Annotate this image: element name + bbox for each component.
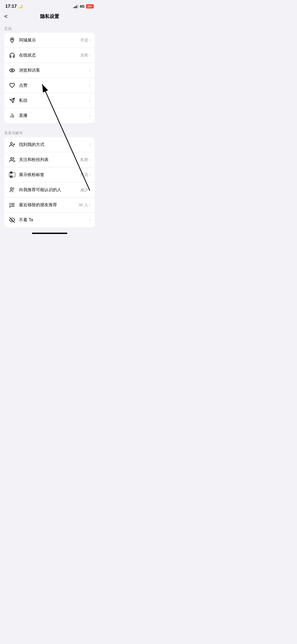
list-item-live[interactable]: 直播 › xyxy=(4,108,95,123)
list-item-online[interactable]: 在线状态 关闭 › xyxy=(4,48,95,63)
list-item-ironfan[interactable]: 铁粉 展示铁粉标签 开启 › xyxy=(4,167,95,182)
list-item-follow[interactable]: 关注和粉丝列表 私密 › xyxy=(4,152,95,167)
list-item-findme[interactable]: 找到我的方式 › xyxy=(4,137,95,152)
status-time: 17:17 🌙 xyxy=(5,4,23,9)
row-label-online: 在线状态 xyxy=(19,53,80,58)
row-label-nowatch: 不看 Ta xyxy=(19,217,88,223)
row-label-live: 直播 xyxy=(19,113,88,118)
row-label-like: 点赞 xyxy=(19,83,88,88)
nowatch-icon xyxy=(8,216,16,224)
time-label: 17:17 xyxy=(5,4,17,9)
signal-icon xyxy=(73,4,78,8)
svg-point-0 xyxy=(12,39,13,40)
chevron-icon-message: › xyxy=(89,98,91,103)
nav-bar: < 隐私设置 xyxy=(0,11,99,24)
network-label: 4G xyxy=(80,4,85,8)
row-label-removefriend: 最近移除的朋友推荐 xyxy=(19,202,79,208)
list-item-tongcheng[interactable]: 同城展示 开启 › xyxy=(4,33,95,48)
chevron-icon-findme: › xyxy=(89,142,91,147)
svg-point-7 xyxy=(11,142,12,144)
location-icon xyxy=(8,36,16,44)
list-item-message[interactable]: 私信 › xyxy=(4,93,95,108)
home-indicator xyxy=(32,233,67,234)
svg-point-10 xyxy=(11,158,12,159)
findme-icon xyxy=(8,141,16,148)
row-value-recommend: 减少 xyxy=(80,187,88,192)
row-label-follow: 关注和粉丝列表 xyxy=(19,157,80,163)
chevron-icon-live: › xyxy=(89,113,91,118)
chevron-icon-browse: › xyxy=(89,68,91,73)
list-item-nowatch[interactable]: 不看 Ta › xyxy=(4,213,95,227)
moon-icon: 🌙 xyxy=(18,4,23,9)
chevron-icon-online: › xyxy=(89,53,91,58)
row-label-tongcheng: 同城展示 xyxy=(19,38,80,43)
row-value-removefriend: 30 人 xyxy=(79,203,88,208)
status-right: 4G 20+ xyxy=(73,4,94,8)
svg-point-16 xyxy=(10,205,10,205)
list-item-recommend[interactable]: 向我推荐可能认识的人 减少 › xyxy=(4,182,95,197)
list-item-removefriend[interactable]: 最近移除的朋友推荐 30 人 › xyxy=(4,197,95,213)
chevron-icon-tongcheng: › xyxy=(89,38,91,43)
section-header-relation: 关系与账号 xyxy=(0,128,99,137)
chevron-icon-nowatch: › xyxy=(89,218,91,222)
list-item-browse[interactable]: 浏览和访客 › xyxy=(4,63,95,78)
ironfan-icon: 铁粉 xyxy=(8,171,16,178)
headphone-icon xyxy=(8,52,16,59)
page-title: 隐私设置 xyxy=(40,13,59,20)
chevron-icon-follow: › xyxy=(89,157,91,162)
row-value-follow: 私密 xyxy=(80,157,88,162)
row-value-tongcheng: 开启 xyxy=(80,38,88,43)
row-label-message: 私信 xyxy=(19,98,88,103)
row-value-online: 关闭 xyxy=(80,53,88,58)
message-icon xyxy=(8,97,16,104)
chevron-icon-recommend: › xyxy=(89,187,91,192)
eye-icon xyxy=(8,67,16,74)
chevron-icon-ironfan: › xyxy=(89,172,91,177)
chevron-icon-removefriend: › xyxy=(89,203,91,207)
row-label-findme: 找到我的方式 xyxy=(19,142,88,148)
relation-card: 找到我的方式 › 关注和粉丝列表 私密 › 铁粉 展示铁粉标签 开启 › xyxy=(4,137,95,227)
removefriend-icon xyxy=(8,201,16,209)
svg-point-11 xyxy=(11,188,12,190)
recommend-icon xyxy=(8,186,16,194)
svg-point-1 xyxy=(11,70,13,71)
follow-icon xyxy=(8,156,16,163)
row-value-ironfan: 开启 xyxy=(80,172,88,177)
row-label-recommend: 向我推荐可能认识的人 xyxy=(19,187,80,193)
section-header-interaction: 互动 xyxy=(0,24,99,33)
svg-point-15 xyxy=(10,203,10,204)
live-icon xyxy=(8,112,16,119)
row-label-browse: 浏览和访客 xyxy=(19,68,88,73)
row-label-ironfan: 展示铁粉标签 xyxy=(19,172,80,178)
back-button[interactable]: < xyxy=(4,13,8,20)
chevron-icon-like: › xyxy=(89,83,91,88)
list-item-like[interactable]: 点赞 › xyxy=(4,78,95,93)
heart-icon xyxy=(8,82,16,89)
status-bar: 17:17 🌙 4G 20+ xyxy=(0,0,99,11)
interaction-card: 同城展示 开启 › 在线状态 关闭 › 浏览和访客 › xyxy=(4,33,95,123)
battery-badge: 20+ xyxy=(86,4,94,8)
